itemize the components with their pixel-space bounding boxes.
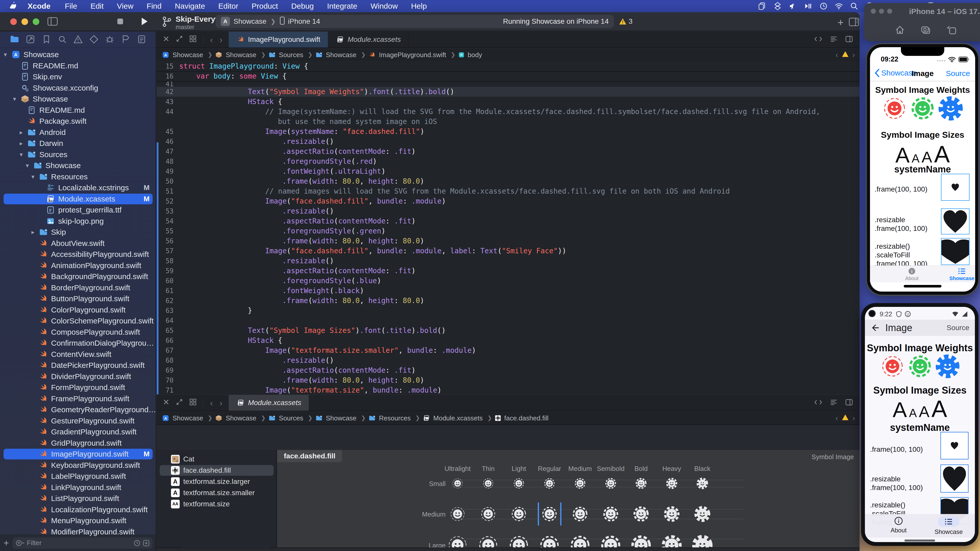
- file-row-GesturePlayground.swift[interactable]: GesturePlayground.swift: [0, 415, 156, 427]
- next-issue-icon[interactable]: ›: [853, 414, 855, 422]
- symbol-cell-Medium-Regular[interactable]: [541, 506, 558, 522]
- warning-count-badge[interactable]: 3: [619, 17, 633, 25]
- ios-tab-Showcase[interactable]: Showcase: [947, 267, 975, 281]
- file-row-ButtonPlayground.swift[interactable]: ButtonPlayground.swift: [0, 293, 156, 304]
- inspector-toggle-icon[interactable]: [849, 17, 859, 27]
- minimap-icon[interactable]: [830, 399, 838, 407]
- asset-row-face.dashed.fill[interactable]: face.dashed.fill: [157, 465, 277, 476]
- adjust-editor-icon[interactable]: [845, 399, 853, 407]
- file-row-Package.swift[interactable]: Package.swift: [0, 116, 156, 127]
- asset-row-textformat.size.larger[interactable]: Atextformat.size.larger: [157, 476, 277, 487]
- run-button[interactable]: [140, 17, 148, 27]
- symbol-cell-Small-Semibold[interactable]: [605, 478, 617, 489]
- file-row-ColorPlayground.swift[interactable]: ColorPlayground.swift: [0, 304, 156, 316]
- forward-history-icon[interactable]: ›: [220, 35, 222, 44]
- sim-zoom-button[interactable]: [887, 9, 892, 14]
- spotlight-search-icon[interactable]: [849, 0, 860, 12]
- file-row-ListPlayground.swift[interactable]: ListPlayground.swift: [0, 493, 156, 504]
- file-row-Localizable.xcstrings[interactable]: 文 Localizable.xcstringsM: [0, 182, 156, 193]
- reports-icon[interactable]: [137, 35, 146, 45]
- breadcrumb-Showcase[interactable]: Showcase: [315, 414, 356, 422]
- symbol-cell-Small-Regular[interactable]: [544, 478, 555, 489]
- symbol-cell-Medium-Medium[interactable]: [572, 506, 588, 522]
- close-editor-icon[interactable]: [163, 35, 169, 44]
- symbol-cell-Small-Light[interactable]: [513, 478, 525, 489]
- next-issue-icon[interactable]: ›: [853, 51, 855, 59]
- android-back-icon[interactable]: [870, 324, 879, 332]
- home-icon[interactable]: [895, 25, 905, 36]
- symbol-cell-Small-Thin[interactable]: [482, 478, 494, 489]
- file-row-README.md[interactable]: README.md: [0, 60, 156, 71]
- file-row-Showcase[interactable]: ▾ A Showcase: [0, 49, 156, 60]
- editor-tab-Module.xcassets[interactable]: Module.xcassets: [229, 395, 309, 411]
- file-row-protest_guerrilla.ttf[interactable]: F protest_guerrilla.ttf: [0, 204, 156, 216]
- menu-integrate[interactable]: Integrate: [321, 0, 364, 12]
- rotate-icon[interactable]: [947, 25, 957, 36]
- wifi-icon[interactable]: [833, 0, 845, 12]
- editor-tab-ImagePlayground.swift[interactable]: ImagePlayground.swift: [229, 32, 328, 48]
- breadcrumb-Showcase[interactable]: AShowcase: [161, 51, 203, 59]
- breadcrumb-body[interactable]: Pbody: [458, 51, 482, 59]
- breakpoints-icon[interactable]: [121, 35, 130, 45]
- file-row-Module.xcassets[interactable]: Module.xcassetsM: [0, 193, 156, 205]
- apple-menu-icon[interactable]: [7, 0, 18, 12]
- expand-editor-icon[interactable]: [176, 399, 183, 407]
- file-row-Resources[interactable]: ▾ Resources: [0, 171, 156, 183]
- file-row-ComposePlayground.swift[interactable]: ComposePlayground.swift: [0, 327, 156, 338]
- breadcrumb-face.dashed.fill[interactable]: face.dashed.fill: [494, 414, 549, 422]
- bookmarks-icon[interactable]: [41, 35, 51, 45]
- menu-window[interactable]: Window: [364, 0, 404, 12]
- back-history-icon[interactable]: ‹: [210, 398, 213, 408]
- display-mirroring-icon[interactable]: [757, 0, 768, 12]
- file-row-FormPlayground.swift[interactable]: FormPlayground.swift: [0, 382, 156, 393]
- scheme-name[interactable]: Showcase: [234, 17, 266, 25]
- symbol-cell-Medium-Semibold[interactable]: [603, 506, 619, 522]
- editor-layout-icon[interactable]: [189, 35, 197, 44]
- issues-navigator-icon[interactable]: [73, 35, 83, 45]
- menu-find[interactable]: Find: [140, 0, 168, 12]
- breadcrumb-Module.xcassets[interactable]: Module.xcassets: [422, 414, 483, 422]
- file-row-Showcase[interactable]: ▾ Showcase: [0, 94, 156, 105]
- file-row-LabelPlayground.swift[interactable]: LabelPlayground.swift: [0, 471, 156, 482]
- code-review-icon[interactable]: [814, 35, 822, 44]
- file-row-FramePlayground.swift[interactable]: FramePlayground.swift: [0, 393, 156, 404]
- find-navigator-icon[interactable]: [57, 35, 67, 45]
- file-row-skip-logo.png[interactable]: skip-logo.png: [0, 216, 156, 227]
- ios-tab-About[interactable]: i About: [897, 267, 927, 281]
- close-editor-icon[interactable]: [163, 399, 169, 407]
- file-row-ContentView.swift[interactable]: ContentView.swift: [0, 349, 156, 360]
- file-row-Showcase[interactable]: ▾ Showcase: [0, 160, 156, 171]
- forward-history-icon[interactable]: ›: [220, 398, 222, 408]
- symbol-cell-Medium-Black[interactable]: [694, 506, 711, 522]
- issue-warning-icon[interactable]: [842, 414, 849, 422]
- add-file-button[interactable]: +: [3, 538, 9, 548]
- minimize-window-button[interactable]: [21, 18, 28, 25]
- file-row-BorderPlayground.swift[interactable]: BorderPlayground.swift: [0, 282, 156, 293]
- adjust-editor-icon[interactable]: [845, 35, 853, 44]
- symbol-cell-Medium-Bold[interactable]: [633, 506, 649, 522]
- debug-navigator-icon[interactable]: [105, 35, 115, 45]
- file-row-Skip[interactable]: ▸ Skip: [0, 227, 156, 238]
- symbol-cell-Medium-Ultralight[interactable]: [449, 506, 466, 522]
- home-indicator[interactable]: [904, 285, 942, 287]
- menu-product[interactable]: Product: [245, 0, 285, 12]
- play-pause-icon[interactable]: [803, 0, 814, 12]
- ios-source-button[interactable]: Source: [946, 69, 970, 78]
- breadcrumb-Showcase[interactable]: Showcase: [315, 51, 356, 59]
- breadcrumb-Showcase[interactable]: Showcase: [215, 51, 256, 59]
- expand-editor-icon[interactable]: [176, 35, 183, 44]
- previous-issue-icon[interactable]: ‹: [835, 414, 838, 422]
- symbol-cell-Small-Black[interactable]: [697, 478, 708, 489]
- zoom-window-button[interactable]: [33, 18, 39, 25]
- editor-tab-Module.xcassets[interactable]: Module.xcassets: [328, 32, 409, 48]
- menu-help[interactable]: Help: [404, 0, 434, 12]
- android-source-button[interactable]: Source: [947, 324, 969, 332]
- stage-manager-icon[interactable]: [772, 0, 783, 12]
- screenshot-icon[interactable]: [921, 25, 931, 36]
- symbol-cell-Small-Medium[interactable]: [574, 478, 586, 489]
- symbol-cell-Small-Bold[interactable]: [635, 478, 647, 489]
- breadcrumb-Showcase[interactable]: Showcase: [215, 414, 256, 422]
- symbol-cell-Medium-Light[interactable]: [511, 506, 527, 522]
- file-row-KeyboardPlayground.swift[interactable]: KeyboardPlayground.swift: [0, 460, 156, 471]
- stop-button[interactable]: [116, 17, 124, 27]
